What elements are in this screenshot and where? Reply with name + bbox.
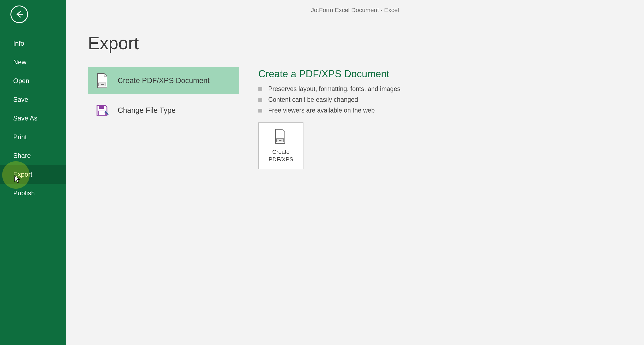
svg-rect-3 [99,105,104,109]
sidebar-item-info[interactable]: Info [0,34,66,53]
svg-rect-6 [279,140,281,141]
page-title: Export [88,33,644,53]
bullet-item: Free viewers are available on the web [258,107,400,114]
sidebar-item-publish[interactable]: Publish [0,184,66,202]
arrow-left-icon [15,10,24,19]
app-title: JotForm Excel Document - Excel [66,7,644,14]
create-pdf-xps-button[interactable]: Create PDF/XPS [258,122,303,169]
backstage-main: JotForm Excel Document - Excel Export Cr… [66,0,644,345]
bullet-text: Content can't be easily changed [268,96,358,103]
backstage-sidebar: Info New Open Save Save As Print Share E… [0,0,66,345]
pdf-document-icon [95,73,109,88]
option-create-pdf-xps[interactable]: Create PDF/XPS Document [88,67,239,94]
sidebar-item-label: Export [13,171,32,178]
option-label: Create PDF/XPS Document [118,76,210,85]
pdf-document-icon [273,129,289,144]
sidebar-item-share[interactable]: Share [0,146,66,165]
bullet-text: Preserves layout, formatting, fonts, and… [268,85,400,93]
option-change-file-type[interactable]: Change File Type [88,97,239,124]
export-details: Create a PDF/XPS Document Preserves layo… [258,67,400,169]
square-bullet-icon [258,109,262,113]
back-button[interactable] [10,6,28,23]
option-label: Change File Type [118,106,176,115]
sidebar-item-print[interactable]: Print [0,128,66,146]
sidebar-item-new[interactable]: New [0,53,66,72]
sidebar-item-save[interactable]: Save [0,90,66,109]
svg-rect-4 [99,111,105,115]
square-bullet-icon [258,87,262,91]
sidebar-item-save-as[interactable]: Save As [0,109,66,128]
export-options: Create PDF/XPS Document Change File Type [88,67,239,169]
details-title: Create a PDF/XPS Document [258,68,400,80]
save-disk-icon [95,103,109,118]
bullet-item: Content can't be easily changed [258,96,400,103]
svg-rect-2 [101,84,104,85]
bullet-item: Preserves layout, formatting, fonts, and… [258,85,400,93]
action-button-label: Create PDF/XPS [269,148,293,163]
sidebar-item-export[interactable]: Export [0,165,66,184]
sidebar-item-open[interactable]: Open [0,72,66,90]
details-bullets: Preserves layout, formatting, fonts, and… [258,85,400,114]
square-bullet-icon [258,98,262,102]
bullet-text: Free viewers are available on the web [268,107,375,114]
